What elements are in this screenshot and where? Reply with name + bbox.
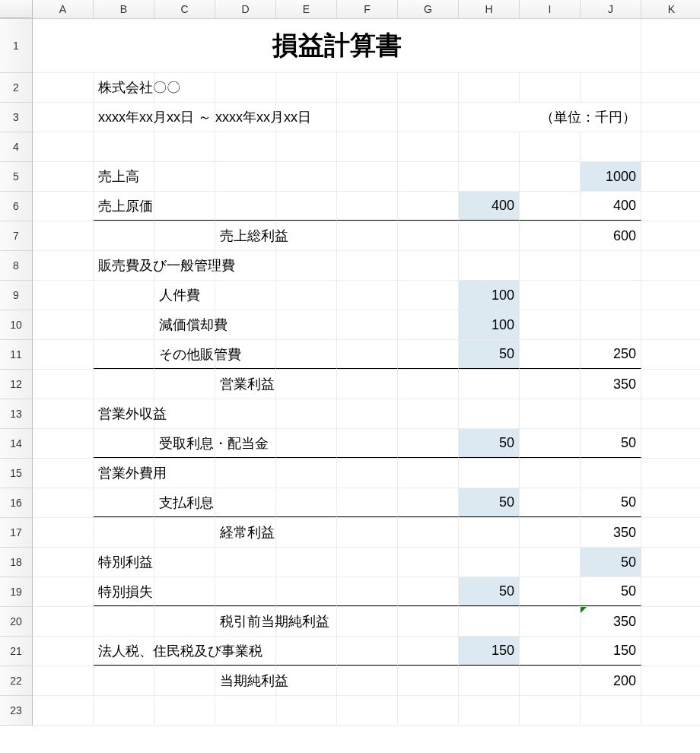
cell-other-sga-label[interactable]: その他販管費 — [154, 340, 215, 369]
cell-tax-j[interactable]: 150 — [581, 637, 641, 666]
cell-depr-h[interactable]: 100 — [459, 310, 520, 339]
cell-H18[interactable] — [459, 548, 520, 577]
cell-I6[interactable] — [520, 192, 581, 221]
cell-F7[interactable] — [337, 221, 398, 250]
cell-A10[interactable] — [33, 310, 94, 339]
cell-I21[interactable] — [520, 637, 581, 666]
cell-G8[interactable] — [398, 251, 459, 280]
cell-J10[interactable] — [581, 310, 641, 339]
cell-F14[interactable] — [337, 429, 398, 458]
cell-K6[interactable] — [641, 192, 700, 221]
col-header-I[interactable]: I — [520, 0, 581, 18]
cell-G22[interactable] — [398, 666, 459, 695]
cell-int-recv-label[interactable]: 受取利息・配当金 — [154, 429, 215, 458]
cell-nonop-exp-label[interactable]: 営業外費用 — [94, 459, 154, 488]
cell-B22[interactable] — [94, 666, 154, 695]
row-header-23[interactable]: 23 — [0, 696, 33, 726]
cell-tax-label[interactable]: 法人税、住民税及び事業税 — [94, 637, 154, 666]
cell-G23[interactable] — [398, 696, 459, 725]
cell-I20[interactable] — [520, 607, 581, 636]
cell-D11[interactable] — [215, 340, 276, 369]
cell-F22[interactable] — [337, 666, 398, 695]
cell-F16[interactable] — [337, 488, 398, 517]
cell-B10[interactable] — [94, 310, 154, 339]
cell-E10[interactable] — [276, 310, 337, 339]
cell-int-recv-h[interactable]: 50 — [459, 429, 520, 458]
cell-int-paid-label[interactable]: 支払利息 — [154, 488, 215, 517]
cell-E14[interactable] — [276, 429, 337, 458]
cell-E17[interactable] — [276, 518, 337, 547]
cell-A18[interactable] — [33, 548, 94, 577]
row-header-12[interactable]: 12 — [0, 370, 33, 399]
cell-gross-value[interactable]: 600 — [581, 221, 641, 250]
row-header-15[interactable]: 15 — [0, 459, 33, 488]
cell-D14[interactable] — [215, 429, 276, 458]
cell-F8[interactable] — [337, 251, 398, 280]
cell-K4[interactable] — [641, 132, 700, 161]
cell-E9[interactable] — [276, 281, 337, 310]
cell-E4[interactable] — [276, 132, 337, 161]
cell-D13[interactable] — [215, 399, 276, 428]
cell-ord-label[interactable]: 経常利益 — [215, 518, 276, 547]
cell-J13[interactable] — [581, 399, 641, 428]
cell-int-recv-j[interactable]: 50 — [581, 429, 641, 458]
cell-I10[interactable] — [520, 310, 581, 339]
cell-K1[interactable] — [641, 19, 700, 72]
cell-D21[interactable] — [215, 637, 276, 666]
cell-A5[interactable] — [33, 162, 94, 191]
cell-E16[interactable] — [276, 488, 337, 517]
cell-H7[interactable] — [459, 221, 520, 250]
col-header-B[interactable]: B — [94, 0, 154, 18]
cell-F17[interactable] — [337, 518, 398, 547]
cell-K23[interactable] — [641, 696, 700, 725]
cell-G11[interactable] — [398, 340, 459, 369]
cell-G18[interactable] — [398, 548, 459, 577]
cell-personnel-label[interactable]: 人件費 — [154, 281, 215, 310]
cell-H23[interactable] — [459, 696, 520, 725]
cell-G6[interactable] — [398, 192, 459, 221]
cell-I14[interactable] — [520, 429, 581, 458]
cell-J15[interactable] — [581, 459, 641, 488]
cell-I7[interactable] — [520, 221, 581, 250]
cell-C19[interactable] — [154, 577, 215, 606]
cell-E7[interactable] — [276, 221, 337, 250]
cell-int-paid-h[interactable]: 50 — [459, 488, 520, 517]
row-header-16[interactable]: 16 — [0, 488, 33, 518]
cell-E11[interactable] — [276, 340, 337, 369]
cell-E2[interactable] — [276, 73, 337, 102]
cell-I18[interactable] — [520, 548, 581, 577]
cell-A21[interactable] — [33, 637, 94, 666]
cell-B20[interactable] — [94, 607, 154, 636]
cell-C3[interactable] — [154, 103, 215, 132]
cell-op-label[interactable]: 営業利益 — [215, 370, 276, 399]
cell-cogs-h[interactable]: 400 — [459, 192, 520, 221]
cell-K22[interactable] — [641, 666, 700, 695]
cell-A16[interactable] — [33, 488, 94, 517]
cell-J2[interactable] — [581, 73, 641, 102]
cell-sga-label[interactable]: 販売費及び一般管理費 — [94, 251, 154, 280]
cell-E22[interactable] — [276, 666, 337, 695]
row-header-22[interactable]: 22 — [0, 666, 33, 696]
cell-G17[interactable] — [398, 518, 459, 547]
cell-J4[interactable] — [581, 132, 641, 161]
cell-F11[interactable] — [337, 340, 398, 369]
cell-company[interactable]: 株式会社〇〇 — [94, 73, 154, 102]
cell-K10[interactable] — [641, 310, 700, 339]
cell-K5[interactable] — [641, 162, 700, 191]
cell-pretax-label[interactable]: 税引前当期純利益 — [215, 607, 276, 636]
cell-ext-loss-h[interactable]: 50 — [459, 577, 520, 606]
cell-A11[interactable] — [33, 340, 94, 369]
cell-E18[interactable] — [276, 548, 337, 577]
cell-title[interactable]: 損益計算書 — [33, 19, 641, 72]
cell-K12[interactable] — [641, 370, 700, 399]
cell-H15[interactable] — [459, 459, 520, 488]
cell-A7[interactable] — [33, 221, 94, 250]
cell-K2[interactable] — [641, 73, 700, 102]
cell-A9[interactable] — [33, 281, 94, 310]
cell-K20[interactable] — [641, 607, 700, 636]
cell-F3[interactable] — [337, 103, 398, 132]
cell-K18[interactable] — [641, 548, 700, 577]
cell-C2[interactable] — [154, 73, 215, 102]
cell-E6[interactable] — [276, 192, 337, 221]
cell-G10[interactable] — [398, 310, 459, 339]
